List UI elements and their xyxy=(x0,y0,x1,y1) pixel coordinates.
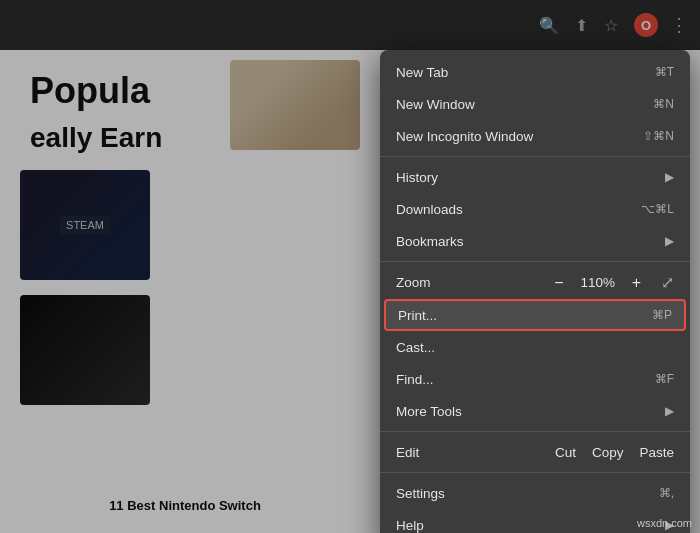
menu-item-new-tab[interactable]: New Tab ⌘T xyxy=(380,56,690,88)
bookmarks-arrow: ▶ xyxy=(665,234,674,248)
downloads-shortcut: ⌥⌘L xyxy=(641,202,674,216)
find-label: Find... xyxy=(396,372,655,387)
menu-item-more-tools[interactable]: More Tools ▶ xyxy=(380,395,690,427)
menu-item-incognito[interactable]: New Incognito Window ⇧⌘N xyxy=(380,120,690,152)
menu-item-print[interactable]: Print... ⌘P xyxy=(384,299,686,331)
menu-item-new-window[interactable]: New Window ⌘N xyxy=(380,88,690,120)
menu-item-history[interactable]: History ▶ xyxy=(380,161,690,193)
settings-label: Settings xyxy=(396,486,659,501)
zoom-value-display: 110% xyxy=(578,275,618,290)
zoom-label: Zoom xyxy=(396,275,550,290)
context-menu: New Tab ⌘T New Window ⌘N New Incognito W… xyxy=(380,50,690,533)
more-tools-arrow: ▶ xyxy=(665,404,674,418)
zoom-controls: − 110% + ⤢ xyxy=(550,273,674,292)
new-window-label: New Window xyxy=(396,97,653,112)
paste-button[interactable]: Paste xyxy=(639,445,674,460)
more-tools-label: More Tools xyxy=(396,404,657,419)
menu-item-edit: Edit Cut Copy Paste xyxy=(380,436,690,468)
incognito-label: New Incognito Window xyxy=(396,129,643,144)
bookmarks-label: Bookmarks xyxy=(396,234,657,249)
help-label: Help xyxy=(396,518,657,533)
cut-button[interactable]: Cut xyxy=(555,445,576,460)
settings-shortcut: ⌘, xyxy=(659,486,674,500)
menu-item-downloads[interactable]: Downloads ⌥⌘L xyxy=(380,193,690,225)
menu-item-bookmarks[interactable]: Bookmarks ▶ xyxy=(380,225,690,257)
new-window-shortcut: ⌘N xyxy=(653,97,674,111)
copy-button[interactable]: Copy xyxy=(592,445,624,460)
menu-item-find[interactable]: Find... ⌘F xyxy=(380,363,690,395)
incognito-shortcut: ⇧⌘N xyxy=(643,129,674,143)
downloads-label: Downloads xyxy=(396,202,641,217)
print-shortcut: ⌘P xyxy=(652,308,672,322)
divider-4 xyxy=(380,472,690,473)
watermark: wsxdn.com xyxy=(637,517,692,529)
fullscreen-button[interactable]: ⤢ xyxy=(661,273,674,292)
edit-label: Edit xyxy=(396,445,555,460)
print-label: Print... xyxy=(398,308,652,323)
menu-item-zoom: Zoom − 110% + ⤢ xyxy=(380,266,690,299)
divider-3 xyxy=(380,431,690,432)
menu-item-cast[interactable]: Cast... xyxy=(380,331,690,363)
new-tab-shortcut: ⌘T xyxy=(655,65,674,79)
edit-actions: Cut Copy Paste xyxy=(555,445,674,460)
find-shortcut: ⌘F xyxy=(655,372,674,386)
divider-1 xyxy=(380,156,690,157)
zoom-plus-button[interactable]: + xyxy=(628,274,645,292)
history-label: History xyxy=(396,170,657,185)
history-arrow: ▶ xyxy=(665,170,674,184)
cast-label: Cast... xyxy=(396,340,674,355)
menu-item-settings[interactable]: Settings ⌘, xyxy=(380,477,690,509)
divider-2 xyxy=(380,261,690,262)
new-tab-label: New Tab xyxy=(396,65,655,80)
zoom-minus-button[interactable]: − xyxy=(550,274,567,292)
